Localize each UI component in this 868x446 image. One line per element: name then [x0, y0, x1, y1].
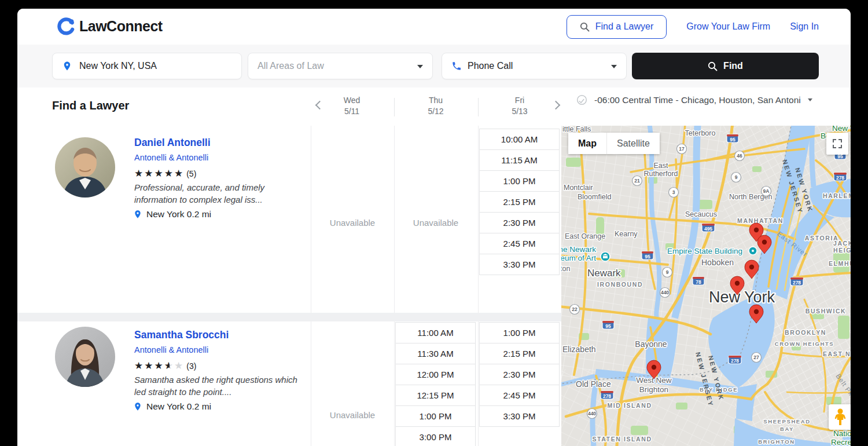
- location-text: New York 0.2 mi: [146, 209, 211, 220]
- areas-of-law-value: All Areas of Law: [258, 61, 324, 71]
- time-slot[interactable]: 11:15 AM: [479, 149, 560, 171]
- map-label-gateway-3: Recreatio: [831, 438, 851, 446]
- svg-text:95: 95: [730, 137, 735, 142]
- previous-days-chevron[interactable]: [315, 101, 325, 110]
- find-button[interactable]: Find: [632, 53, 819, 79]
- lawyer-firm[interactable]: Antonelli & Antonelli: [134, 345, 208, 354]
- map-label-sheepshead-2: BAY: [780, 426, 794, 432]
- time-slot[interactable]: 2:30 PM: [479, 212, 560, 233]
- day-column-thu[interactable]: Thu 5/12: [410, 95, 462, 117]
- svg-text:278: 278: [793, 280, 801, 286]
- map-label-montclair: Montclair: [564, 184, 593, 192]
- day-column-wed[interactable]: Wed 5/11: [326, 95, 378, 117]
- map-label-elizabeth: Elizabeth: [562, 345, 596, 354]
- time-slot[interactable]: 11:30 AM: [395, 343, 476, 364]
- location-input[interactable]: [78, 60, 225, 72]
- map-label-secaucus: Secaucus: [685, 210, 717, 218]
- divider: [394, 321, 395, 446]
- map-label-museum-2: eum of Art: [561, 254, 596, 262]
- sign-in-link[interactable]: Sign In: [790, 21, 819, 32]
- svg-text:21: 21: [634, 178, 640, 184]
- map-label-new-york: New York: [709, 288, 775, 306]
- divider: [478, 98, 479, 116]
- time-slot[interactable]: 11:00 AM: [395, 322, 476, 343]
- time-slot[interactable]: 2:45 PM: [479, 385, 560, 406]
- svg-text:9A: 9A: [763, 188, 770, 194]
- avatar[interactable]: [55, 137, 115, 198]
- next-days-chevron[interactable]: [551, 101, 561, 110]
- map-label-brighton: BRIGHTON: [758, 438, 795, 445]
- map-view-button[interactable]: Map: [568, 133, 606, 154]
- top-navbar: LawConnect Find a Lawyer Grow Your Law F…: [17, 9, 851, 45]
- stars-full: ★★★★★: [134, 168, 184, 179]
- time-slot[interactable]: 3:30 PM: [479, 405, 560, 427]
- review-count: (3): [186, 361, 196, 371]
- divider: [394, 98, 395, 116]
- consultation-type-select[interactable]: Phone Call: [442, 53, 627, 79]
- map-label-bushwick: BUSHWICK: [806, 308, 847, 315]
- svg-text:9: 9: [666, 269, 669, 275]
- map-label-gateway-2: Nationa: [833, 429, 851, 438]
- lawyer-row-daniel-antonelli: Daniel Antonelli Antonelli & Antonelli ★…: [17, 126, 561, 313]
- map-label-crown-heights: CROWN HEIGHTS: [775, 341, 834, 347]
- divider: [478, 321, 479, 446]
- location-field[interactable]: [52, 53, 242, 79]
- pegman-control[interactable]: [829, 404, 851, 430]
- map-label-hoboken: Hoboken: [701, 258, 734, 267]
- availability-wed-unavailable: Unavailable: [311, 218, 394, 228]
- day-column-fri[interactable]: Fri 5/13: [494, 95, 546, 117]
- time-slot[interactable]: 2:15 PM: [479, 191, 560, 213]
- timezone-value: -06:00 Central Time - Chicago, Houston, …: [594, 95, 801, 105]
- time-slot[interactable]: 10:00 AM: [479, 129, 560, 150]
- satellite-view-button[interactable]: Satellite: [606, 133, 660, 154]
- map-label-ton: ton: [561, 265, 570, 273]
- lawyer-name[interactable]: Samantha Sbrocchi: [134, 329, 229, 341]
- time-slot[interactable]: 3:00 PM: [395, 426, 476, 446]
- map-panel[interactable]: ittle Falls Teterboro Montclair Bloomfie…: [561, 126, 851, 446]
- location-pin-icon: [133, 402, 142, 411]
- map-canvas[interactable]: ittle Falls Teterboro Montclair Bloomfie…: [561, 126, 851, 446]
- nav-find-label: Find a Lawyer: [595, 21, 654, 32]
- svg-text:495: 495: [704, 226, 712, 232]
- time-slot[interactable]: 2:45 PM: [479, 233, 560, 254]
- app-window: LawConnect Find a Lawyer Grow Your Law F…: [17, 9, 851, 446]
- svg-text:22: 22: [572, 306, 578, 312]
- areas-of-law-select[interactable]: All Areas of Law: [248, 53, 433, 79]
- map-label-harlem: HARLEM: [823, 192, 851, 199]
- map-label-elmhurst: ELMHURST: [829, 260, 851, 267]
- time-slot[interactable]: 1:00 PM: [479, 322, 560, 343]
- time-slot[interactable]: 1:00 PM: [395, 405, 476, 427]
- timezone-select[interactable]: -06:00 Central Time - Chicago, Houston, …: [576, 94, 812, 105]
- grow-your-law-firm-link[interactable]: Grow Your Law Firm: [686, 21, 770, 32]
- star-rating: ★★★★★★(3): [134, 360, 196, 372]
- time-slot[interactable]: 3:30 PM: [479, 254, 560, 275]
- svg-text:46: 46: [737, 153, 742, 159]
- map-label-manhattan: MANHATTAN: [737, 217, 784, 224]
- search-bar: All Areas of Law Phone Call Find: [17, 45, 851, 88]
- avatar[interactable]: [55, 327, 115, 387]
- map-label-east-orange: East Orange: [565, 232, 605, 240]
- map-label-staten-island: STATEN ISLAND: [592, 436, 652, 443]
- lawyer-name[interactable]: Daniel Antonelli: [134, 137, 211, 149]
- fullscreen-button[interactable]: [826, 133, 848, 155]
- time-slot[interactable]: 2:15 PM: [479, 343, 560, 364]
- map-label-east-rutherford: East: [653, 162, 668, 170]
- consultation-type-value: Phone Call: [468, 61, 513, 71]
- brand-logo[interactable]: LawConnect: [57, 17, 163, 35]
- time-slot[interactable]: 1:00 PM: [479, 170, 560, 192]
- star-empty: ★: [174, 360, 184, 371]
- map-label-empire-state-building: Empire State Building: [667, 247, 742, 255]
- map-label-mid-island: MID ISLAND: [607, 402, 652, 409]
- pegman-icon: [834, 408, 847, 426]
- lawyer-firm[interactable]: Antonelli & Antonelli: [134, 153, 208, 162]
- availability-wed-unavailable: Unavailable: [311, 410, 394, 420]
- museum-poi-icon[interactable]: [601, 252, 610, 261]
- svg-text:78: 78: [696, 279, 701, 285]
- time-slot[interactable]: 12:00 PM: [395, 364, 476, 385]
- nav-find-a-lawyer-button[interactable]: Find a Lawyer: [567, 15, 667, 39]
- time-slot[interactable]: 2:30 PM: [479, 364, 560, 385]
- chevron-down-icon: [417, 65, 423, 68]
- divider: [311, 321, 311, 446]
- time-slot[interactable]: 12:15 PM: [395, 385, 476, 406]
- map-label-east-rutherford-2: Rutherford: [643, 170, 678, 178]
